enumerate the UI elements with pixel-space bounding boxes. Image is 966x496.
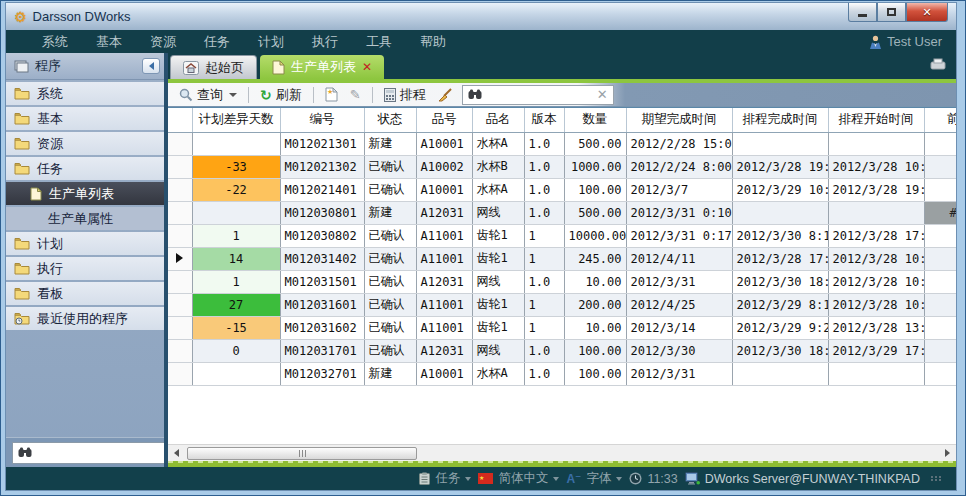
- row-selector[interactable]: [168, 362, 192, 385]
- cell-sched_start[interactable]: 2012/3/28 19:10: [828, 178, 924, 201]
- new-button[interactable]: ★: [322, 85, 341, 104]
- server-item[interactable]: DWorks Server@FUNWAY-THINKPAD: [685, 472, 920, 486]
- table-row[interactable]: -33M012021302已确认A10002水杯B1.01000.002012/…: [168, 155, 956, 178]
- cell-expect[interactable]: 2012/3/31: [626, 362, 732, 385]
- cell-version[interactable]: 1: [524, 316, 564, 339]
- cell-qty[interactable]: 10.00: [564, 270, 626, 293]
- cell-status[interactable]: 已确认: [364, 293, 416, 316]
- cell-version[interactable]: 1.0: [524, 132, 564, 155]
- sidebar-item[interactable]: 基本: [6, 107, 164, 130]
- cell-diff[interactable]: [192, 201, 280, 224]
- cell-version[interactable]: 1.0: [524, 362, 564, 385]
- cell-extra[interactable]: [924, 293, 956, 316]
- table-row[interactable]: 0M012031701已确认A12031网线1.0100.002012/3/30…: [168, 339, 956, 362]
- menu-item[interactable]: 基本: [82, 34, 136, 49]
- cell-sched_start[interactable]: 2012/3/28 17:13: [828, 224, 924, 247]
- schedule-button[interactable]: 排程: [381, 84, 429, 106]
- cell-status[interactable]: 已确认: [364, 178, 416, 201]
- language-item[interactable]: ★ 简体中文: [478, 470, 559, 487]
- sidebar-item[interactable]: 系统: [6, 82, 164, 105]
- sidebar-item[interactable]: 生产单属性: [6, 207, 164, 230]
- cell-sched_start[interactable]: 2012/3/28 10:52: [828, 155, 924, 178]
- column-header[interactable]: 排程完成时间: [732, 108, 828, 132]
- cell-sched_start[interactable]: [828, 132, 924, 155]
- table-row[interactable]: 1M012030802已确认A11001齿轮1110000.002012/3/3…: [168, 224, 956, 247]
- clean-button[interactable]: [435, 86, 456, 104]
- cell-code[interactable]: M012030801: [280, 201, 364, 224]
- font-item[interactable]: A⁻ 字体: [566, 470, 622, 487]
- cell-item_name[interactable]: 网线: [472, 270, 524, 293]
- row-selector[interactable]: [168, 247, 192, 270]
- cell-item_no[interactable]: A10002: [416, 155, 472, 178]
- table-row[interactable]: M012021301新建A10001水杯A1.0500.002012/2/28 …: [168, 132, 956, 155]
- cell-version[interactable]: 1.0: [524, 270, 564, 293]
- row-selector[interactable]: [168, 178, 192, 201]
- cell-qty[interactable]: 500.00: [564, 201, 626, 224]
- cell-expect[interactable]: 2012/3/14: [626, 316, 732, 339]
- cell-sched_start[interactable]: [828, 201, 924, 224]
- cell-item_no[interactable]: A10001: [416, 178, 472, 201]
- cell-sched_start[interactable]: 2012/3/28 10:52: [828, 293, 924, 316]
- cell-item_name[interactable]: 网线: [472, 339, 524, 362]
- cell-item_no[interactable]: A11001: [416, 316, 472, 339]
- cell-item_no[interactable]: A10001: [416, 362, 472, 385]
- cell-expect[interactable]: 2012/3/7: [626, 178, 732, 201]
- column-header[interactable]: 数量: [564, 108, 626, 132]
- cell-diff[interactable]: 27: [192, 293, 280, 316]
- cell-status[interactable]: 新建: [364, 201, 416, 224]
- menu-item[interactable]: 系统: [28, 34, 82, 49]
- cell-expect[interactable]: 2012/4/11: [626, 247, 732, 270]
- menu-item[interactable]: 工具: [352, 34, 406, 49]
- cell-item_name[interactable]: 齿轮1: [472, 247, 524, 270]
- row-selector[interactable]: [168, 224, 192, 247]
- cell-expect[interactable]: 2012/3/30: [626, 339, 732, 362]
- cell-sched_end[interactable]: [732, 132, 828, 155]
- cell-item_name[interactable]: 齿轮1: [472, 224, 524, 247]
- cell-qty[interactable]: 100.00: [564, 362, 626, 385]
- user-badge[interactable]: Test User: [869, 34, 956, 49]
- cell-extra[interactable]: [924, 155, 956, 178]
- cell-item_name[interactable]: 网线: [472, 201, 524, 224]
- cell-code[interactable]: M012030802: [280, 224, 364, 247]
- cell-qty[interactable]: 200.00: [564, 293, 626, 316]
- cell-sched_end[interactable]: 2012/3/29 10:20: [732, 178, 828, 201]
- table-row[interactable]: -15M012031602已确认A11001齿轮1110.002012/3/14…: [168, 316, 956, 339]
- column-header[interactable]: 品号: [416, 108, 472, 132]
- cell-sched_start[interactable]: 2012/3/28 10:52: [828, 247, 924, 270]
- cell-version[interactable]: 1: [524, 293, 564, 316]
- task-status-item[interactable]: 任务: [419, 470, 471, 487]
- cell-status[interactable]: 已确认: [364, 155, 416, 178]
- cell-qty[interactable]: 100.00: [564, 339, 626, 362]
- cell-item_name[interactable]: 水杯A: [472, 178, 524, 201]
- scroll-left-icon[interactable]: [168, 446, 185, 461]
- toolbar-search-input[interactable]: [487, 88, 592, 102]
- clock-item[interactable]: 11:33: [629, 472, 677, 486]
- table-row[interactable]: 14M012031402已确认A11001齿轮11245.002012/4/11…: [168, 247, 956, 270]
- cell-code[interactable]: M012021301: [280, 132, 364, 155]
- cell-qty[interactable]: 10000.00: [564, 224, 626, 247]
- row-selector[interactable]: [168, 339, 192, 362]
- cell-expect[interactable]: 2012/3/31 0:17: [626, 224, 732, 247]
- sidebar-item[interactable]: 计划: [6, 232, 164, 255]
- table-row[interactable]: M012030801新建A12031网线1.0500.002012/3/31 0…: [168, 201, 956, 224]
- cell-extra[interactable]: [924, 178, 956, 201]
- tab-start-page[interactable]: 起始页: [170, 55, 257, 79]
- cell-extra[interactable]: [924, 362, 956, 385]
- cell-diff[interactable]: [192, 362, 280, 385]
- cell-status[interactable]: 新建: [364, 132, 416, 155]
- cell-diff[interactable]: -33: [192, 155, 280, 178]
- cell-expect[interactable]: 2012/2/24 8:00: [626, 155, 732, 178]
- cell-sched_end[interactable]: 2012/3/30 18:00: [732, 270, 828, 293]
- cell-diff[interactable]: -15: [192, 316, 280, 339]
- cell-item_no[interactable]: A10001: [416, 132, 472, 155]
- cell-expect[interactable]: 2012/4/25: [626, 293, 732, 316]
- cell-version[interactable]: 1.0: [524, 339, 564, 362]
- column-header[interactable]: 品名: [472, 108, 524, 132]
- printer-icon[interactable]: [930, 58, 946, 70]
- cell-extra[interactable]: [924, 270, 956, 293]
- cell-qty[interactable]: 10.00: [564, 316, 626, 339]
- cell-diff[interactable]: -22: [192, 178, 280, 201]
- cell-sched_start[interactable]: 2012/3/29 17:46: [828, 339, 924, 362]
- column-header[interactable]: 排程开始时间: [828, 108, 924, 132]
- cell-sched_end[interactable]: 2012/3/29 8:15: [732, 293, 828, 316]
